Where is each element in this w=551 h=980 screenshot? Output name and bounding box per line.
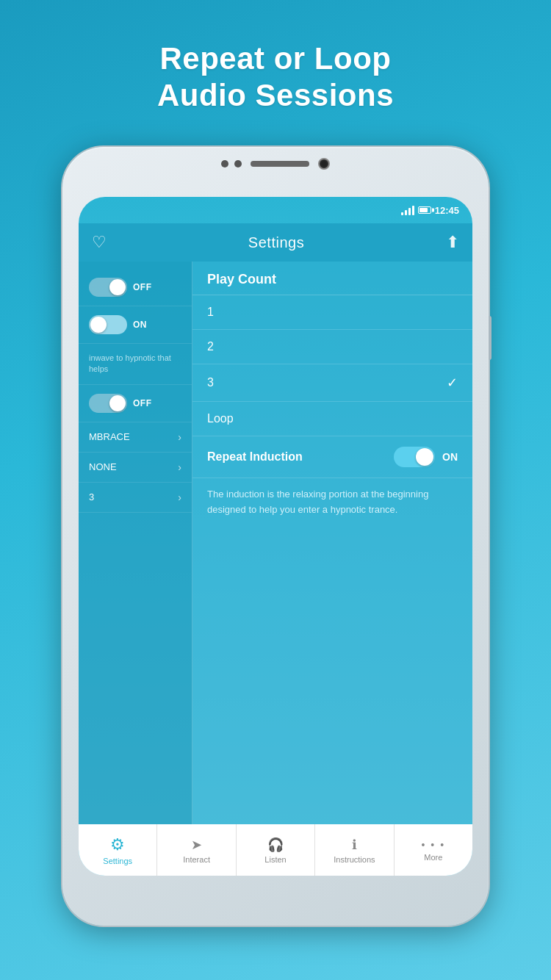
camera-dots — [221, 160, 242, 167]
sidebar-toggle-1-row: OFF — [79, 269, 192, 306]
speaker-bar — [251, 161, 309, 167]
nav-settings[interactable]: ⚙ Settings — [79, 824, 157, 876]
sidebar-none-row[interactable]: NONE › — [79, 453, 192, 483]
play-count-header: Play Count — [192, 262, 472, 295]
listen-icon: 🎧 — [267, 837, 284, 853]
status-icons: 12:45 — [401, 205, 459, 216]
toggle-2-knob — [90, 317, 107, 333]
toggle-2[interactable] — [89, 315, 127, 334]
play-count-value-loop: Loop — [207, 412, 234, 425]
sidebar-description-row: inwave to hypnotic that helps — [79, 344, 192, 385]
repeat-induction-row: Repeat Induction ON — [192, 436, 472, 478]
toggle-1[interactable] — [89, 278, 127, 297]
toggle-1-container: OFF — [89, 278, 152, 297]
app-header: ♡ Settings ⬆ — [79, 223, 472, 262]
signal-icon — [401, 205, 414, 215]
camera-dot-2 — [234, 160, 242, 167]
sidebar-3-row[interactable]: 3 › — [79, 483, 192, 513]
sidebar: OFF ON inwave to hypnotic that helps — [79, 262, 192, 824]
play-count-item-1[interactable]: 1 — [192, 295, 472, 330]
mbrace-label: MBRACE — [89, 431, 130, 442]
play-count-item-3[interactable]: 3 ✓ — [192, 364, 472, 402]
battery-icon — [418, 206, 431, 214]
bottom-nav: ⚙ Settings ➤ Interact 🎧 Listen ℹ Instruc… — [79, 824, 472, 876]
settings-icon: ⚙ — [110, 835, 125, 854]
phone-top-bar — [195, 157, 356, 170]
nav-interact-label: Interact — [183, 855, 210, 864]
repeat-induction-label: Repeat Induction — [207, 450, 303, 464]
nav-more-label: More — [424, 853, 442, 862]
sidebar-toggle-3-row: OFF — [79, 385, 192, 422]
nav-settings-label: Settings — [103, 857, 132, 865]
repeat-induction-toggle-group: ON — [394, 447, 458, 467]
power-button — [489, 316, 491, 360]
instructions-icon: ℹ — [352, 837, 357, 853]
checkmark-icon: ✓ — [447, 375, 458, 391]
3-label: 3 — [89, 491, 94, 502]
more-icon: • • • — [422, 839, 445, 851]
none-chevron: › — [178, 461, 181, 473]
toggle-1-label: OFF — [133, 282, 152, 292]
mbrace-option: MBRACE › — [89, 431, 181, 443]
toggle-1-knob — [109, 279, 126, 295]
toggle-3-knob — [109, 395, 126, 411]
toggle-3-label: OFF — [133, 398, 152, 408]
nav-instructions[interactable]: ℹ Instructions — [315, 824, 394, 876]
play-count-value-2: 2 — [207, 340, 214, 353]
toggle-2-label: ON — [133, 320, 147, 330]
favorite-icon[interactable]: ♡ — [92, 233, 107, 252]
play-count-value-3: 3 — [207, 376, 214, 389]
toggle-2-container: ON — [89, 315, 147, 334]
play-count-item-loop[interactable]: Loop — [192, 402, 472, 436]
3-chevron: › — [178, 491, 181, 503]
nav-instructions-label: Instructions — [334, 855, 375, 864]
mbrace-chevron: › — [178, 431, 181, 443]
nav-more[interactable]: • • • More — [395, 824, 472, 876]
play-count-value-1: 1 — [207, 306, 214, 319]
page-title: Repeat or Loop Audio Sessions — [0, 0, 551, 115]
phone-screen: 12:45 ♡ Settings ⬆ OFF — [79, 197, 472, 876]
nav-listen[interactable]: 🎧 Listen — [237, 824, 315, 876]
status-time: 12:45 — [435, 205, 459, 216]
none-option: NONE › — [89, 461, 181, 473]
status-bar: 12:45 — [79, 197, 472, 223]
sidebar-description: inwave to hypnotic that helps — [89, 353, 181, 375]
interact-icon: ➤ — [191, 837, 202, 853]
none-label: NONE — [89, 461, 117, 472]
main-camera — [318, 158, 330, 170]
nav-interact[interactable]: ➤ Interact — [157, 824, 236, 876]
nav-listen-label: Listen — [264, 855, 286, 864]
phone-frame: 12:45 ♡ Settings ⬆ OFF — [62, 147, 489, 926]
play-count-item-2[interactable]: 2 — [192, 330, 472, 364]
repeat-induction-description: The induction is the relaxing portion at… — [192, 478, 472, 527]
main-content: OFF ON inwave to hypnotic that helps — [79, 262, 472, 824]
header-title: Settings — [248, 234, 304, 251]
camera-dot-1 — [221, 160, 228, 167]
right-panel: Play Count 1 2 3 ✓ Loop Repeat Inductio — [192, 262, 472, 824]
repeat-induction-toggle[interactable] — [394, 447, 435, 467]
repeat-induction-state: ON — [442, 451, 458, 463]
share-icon[interactable]: ⬆ — [446, 233, 459, 252]
repeat-induction-knob — [416, 448, 433, 466]
toggle-3-container: OFF — [89, 394, 152, 413]
sidebar-mbrace-row[interactable]: MBRACE › — [79, 422, 192, 453]
toggle-3[interactable] — [89, 394, 127, 413]
3-option: 3 › — [89, 491, 181, 503]
sidebar-toggle-2-row: ON — [79, 306, 192, 344]
